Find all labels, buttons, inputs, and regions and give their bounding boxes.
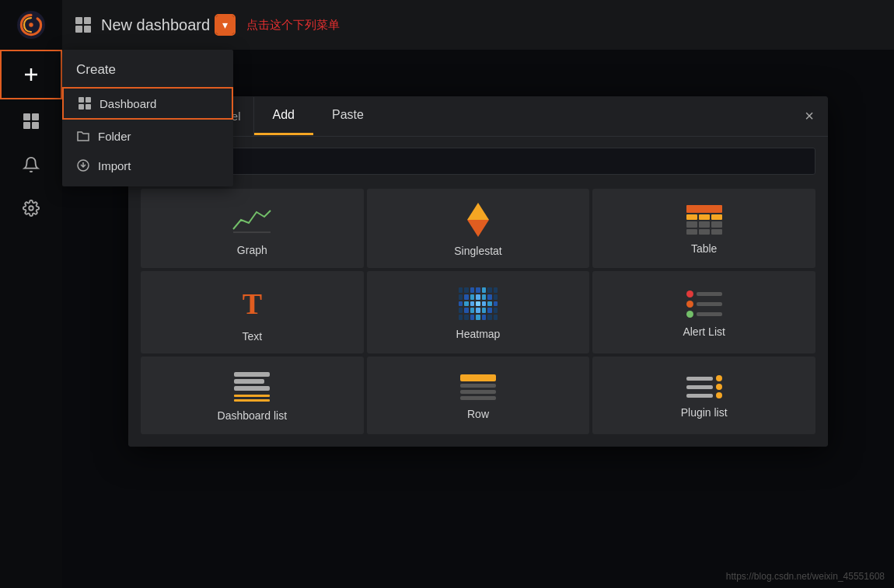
panel-item-graph[interactable]: Graph	[141, 189, 364, 268]
create-menu: Create Dashboard Folder Import	[62, 50, 233, 186]
bell-icon	[23, 156, 40, 173]
row-icon	[460, 374, 496, 400]
pluginlist-icon	[686, 375, 722, 398]
sidebar-logo	[0, 0, 62, 50]
panel-item-dashlist[interactable]: Dashboard list	[141, 357, 364, 434]
sidebar-item-alerts[interactable]	[0, 143, 62, 186]
topbar: New dashboard ▾ 点击这个下列菜单	[62, 0, 894, 50]
panel-item-table[interactable]: Table	[592, 189, 815, 268]
svg-rect-11	[75, 26, 82, 33]
panel-item-row[interactable]: Row	[367, 357, 590, 434]
panel-item-singlestat[interactable]: Singlestat	[367, 189, 590, 268]
create-menu-item-folder[interactable]: Folder	[62, 121, 233, 151]
tab-paste[interactable]: Paste	[313, 97, 382, 135]
arrow-up-icon	[467, 203, 489, 220]
dashlist-icon	[234, 372, 270, 402]
table-icon	[686, 205, 722, 235]
create-menu-dashboard-label: Dashboard	[100, 97, 156, 110]
create-menu-import-label: Import	[98, 159, 131, 172]
modal-close-button[interactable]: ×	[791, 96, 828, 136]
grid-icon	[23, 113, 40, 130]
panel-item-heatmap[interactable]: Heatmap	[367, 271, 590, 353]
svg-rect-7	[32, 122, 39, 129]
svg-rect-13	[79, 97, 84, 103]
tab-add[interactable]: Add	[254, 97, 313, 135]
folder-menu-icon	[76, 129, 90, 143]
svg-point-1	[29, 23, 33, 26]
heatmap-icon	[459, 287, 498, 320]
add-panel-modal: New Panel Add Paste × Graph	[128, 96, 828, 447]
create-menu-folder-label: Folder	[98, 130, 131, 143]
svg-rect-16	[86, 104, 91, 110]
topbar-dropdown-button[interactable]: ▾	[216, 16, 234, 34]
panel-item-alertlist-label: Alert List	[683, 325, 725, 338]
panel-grid: Graph Singlestat	[128, 186, 828, 447]
svg-rect-14	[86, 97, 91, 103]
topbar-hint: 点击这个下列菜单	[246, 18, 340, 33]
panel-item-graph-label: Graph	[237, 244, 267, 256]
sidebar-item-dashboards[interactable]	[0, 99, 62, 143]
text-icon: T	[243, 285, 262, 322]
panel-item-table-label: Table	[691, 242, 717, 255]
svg-rect-9	[75, 17, 82, 24]
panel-item-singlestat-label: Singlestat	[454, 245, 501, 257]
svg-rect-5	[32, 113, 39, 120]
arrow-down-icon	[467, 220, 489, 237]
panel-item-alertlist[interactable]: Alert List	[592, 271, 815, 353]
panel-item-pluginlist-label: Plugin list	[681, 406, 728, 419]
panel-item-heatmap-label: Heatmap	[456, 328, 501, 340]
panel-item-text[interactable]: T Text	[141, 271, 364, 353]
svg-rect-12	[84, 26, 91, 33]
sidebar	[0, 0, 62, 588]
create-menu-item-dashboard[interactable]: Dashboard	[62, 87, 233, 120]
panel-item-pluginlist[interactable]: Plugin list	[592, 357, 815, 434]
page-title: New dashboard	[101, 16, 210, 34]
svg-rect-6	[23, 122, 30, 129]
singlestat-icon	[462, 203, 494, 237]
filter-bar	[128, 137, 828, 186]
svg-rect-4	[23, 113, 30, 120]
gear-icon	[23, 200, 40, 217]
filter-input[interactable]	[141, 148, 815, 175]
plus-icon	[22, 65, 40, 84]
sidebar-create-button[interactable]	[0, 50, 62, 99]
alertlist-icon	[686, 291, 722, 318]
panel-item-row-label: Row	[467, 408, 489, 420]
dashboard-menu-icon	[78, 96, 92, 110]
grafana-logo-icon	[17, 11, 45, 39]
create-menu-item-import[interactable]: Import	[62, 151, 233, 180]
sidebar-item-settings[interactable]	[0, 186, 62, 230]
svg-point-8	[29, 206, 33, 210]
svg-rect-15	[79, 104, 84, 110]
modal-header: New Panel Add Paste ×	[128, 96, 828, 137]
graph-icon	[232, 204, 272, 236]
import-menu-icon	[76, 158, 90, 172]
panel-item-dashlist-label: Dashboard list	[218, 409, 288, 422]
create-menu-title: Create	[62, 56, 233, 87]
dashboard-grid-icon	[75, 16, 92, 33]
svg-rect-10	[84, 17, 91, 24]
panel-item-text-label: Text	[242, 330, 262, 343]
